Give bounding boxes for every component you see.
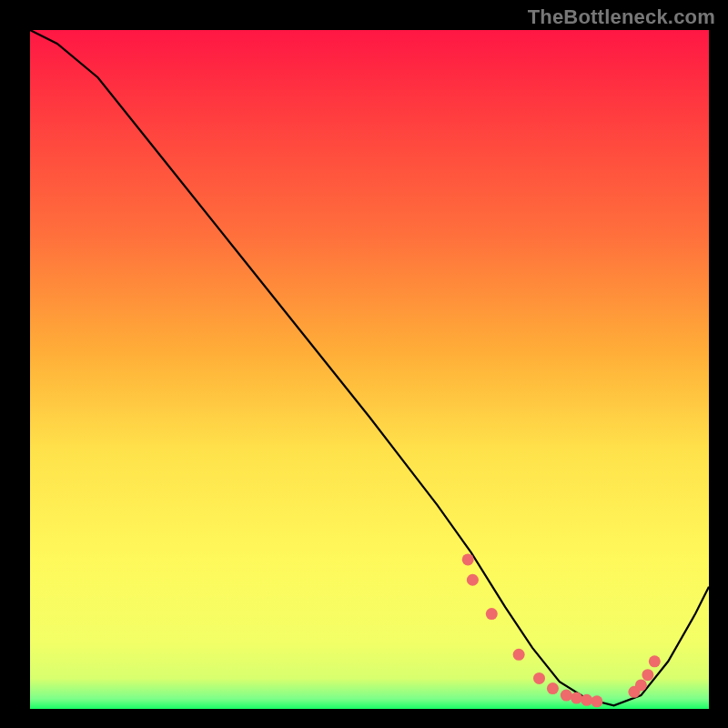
data-point [591,695,602,707]
data-point [561,690,572,702]
bottleneck-chart [0,0,728,728]
data-point [635,679,647,691]
data-point [547,682,559,694]
data-point [533,672,545,684]
data-point [467,574,479,586]
data-point [581,694,592,706]
data-point [649,655,661,667]
data-point [571,693,582,704]
data-point [513,649,525,661]
chart-frame: TheBottleneck.com [0,0,728,728]
data-point [642,669,653,681]
data-point [462,553,474,565]
gradient-background [30,30,709,709]
data-point [486,608,498,620]
